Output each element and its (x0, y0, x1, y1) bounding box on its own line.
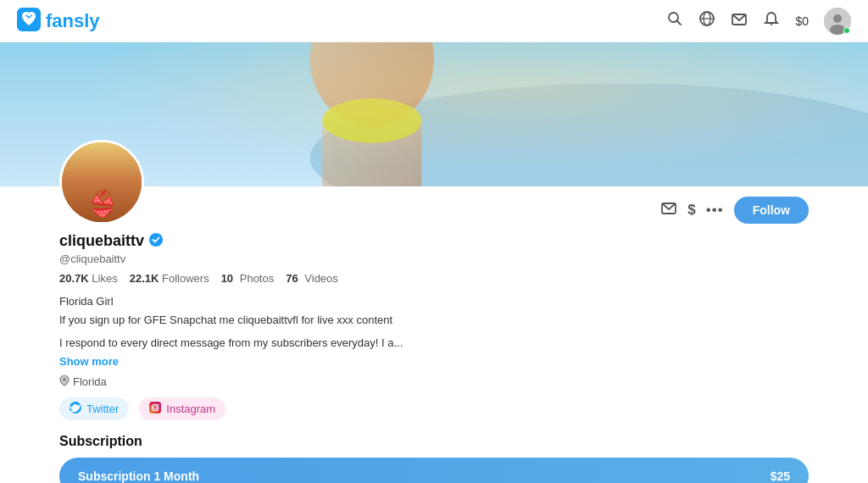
svg-rect-14 (322, 108, 421, 186)
svg-point-15 (322, 98, 421, 143)
bio-line-3: I respond to every direct message from m… (59, 335, 809, 352)
follow-button[interactable]: Follow (734, 197, 809, 224)
navbar-left: fansly (17, 8, 100, 35)
subscription-section: Subscription Subscription 1 Month $25 (0, 434, 868, 484)
navbar-right: $0 (666, 8, 851, 35)
show-more-button[interactable]: Show more (59, 355, 809, 368)
verified-badge (149, 233, 163, 250)
subscription-price: $25 (771, 469, 790, 483)
instagram-link[interactable]: Instagram (139, 397, 225, 420)
svg-point-18 (80, 189, 125, 224)
profile-info-section: cliquebaittv @cliquebaittv 20.7K Likes 2… (0, 232, 868, 420)
videos-stat: 76 Videos (286, 272, 338, 285)
user-avatar[interactable] (824, 8, 851, 35)
instagram-label: Instagram (166, 402, 215, 415)
message-action-icon[interactable] (660, 200, 677, 220)
svg-rect-26 (149, 402, 161, 414)
profile-section: $ ••• Follow (0, 186, 868, 232)
username: cliquebaittv (59, 232, 144, 250)
bell-icon[interactable] (763, 10, 780, 31)
main-content: $ ••• Follow cliquebaittv @cliquebaittv … (0, 42, 868, 483)
username-row: cliquebaittv (59, 232, 809, 250)
svg-point-23 (149, 233, 163, 247)
svg-point-21 (89, 149, 114, 165)
svg-point-9 (833, 14, 842, 23)
svg-line-2 (677, 21, 682, 25)
mail-icon[interactable] (731, 10, 748, 31)
followers-stat: 22.1K Followers (130, 272, 209, 285)
svg-point-19 (81, 186, 123, 219)
twitter-icon (70, 402, 81, 416)
search-icon[interactable] (666, 10, 683, 31)
stats-row: 20.7K Likes 22.1K Followers 10 Photos 76… (59, 272, 809, 285)
twitter-link[interactable]: Twitter (59, 397, 129, 420)
photos-stat: 10 Photos (221, 272, 275, 285)
avatar-wrapper (59, 140, 144, 225)
subscription-plan-label: Subscription 1 Month (78, 469, 199, 483)
globe-icon[interactable] (698, 10, 715, 31)
bio-extended: I respond to every direct message from m… (59, 335, 809, 352)
nav-balance: $0 (795, 14, 809, 28)
svg-point-20 (89, 153, 114, 186)
social-links: Twitter (59, 397, 809, 420)
location-pin-icon (59, 375, 70, 389)
svg-point-16 (62, 142, 142, 222)
logo[interactable]: fansly (17, 8, 100, 35)
svg-point-17 (87, 156, 116, 185)
likes-stat: 20.7K Likes (59, 272, 118, 285)
location-row: Florida (59, 375, 809, 389)
logo-text: fansly (46, 10, 100, 32)
navbar: fansly $0 (0, 0, 868, 42)
svg-point-13 (310, 42, 434, 127)
online-indicator (843, 27, 850, 34)
subscription-card[interactable]: Subscription 1 Month $25 (59, 458, 809, 484)
subscription-title: Subscription (59, 434, 809, 449)
instagram-icon (149, 402, 161, 416)
svg-point-12 (310, 83, 868, 186)
profile-avatar (59, 140, 144, 225)
bio-line-1: Florida Girl (59, 293, 809, 310)
svg-point-24 (63, 378, 66, 381)
logo-icon (17, 8, 41, 35)
profile-actions: $ ••• Follow (59, 186, 809, 232)
twitter-label: Twitter (86, 402, 119, 415)
svg-point-29 (158, 404, 159, 405)
dollar-action-icon[interactable]: $ (687, 202, 695, 219)
bio: Florida Girl If you sign up for GFE Snap… (59, 293, 809, 328)
location-text: Florida (73, 375, 107, 388)
bio-line-2: If you sign up for GFE Snapchat me cliqu… (59, 312, 809, 329)
more-action-icon[interactable]: ••• (706, 202, 724, 219)
user-handle: @cliquebaittv (59, 253, 809, 265)
